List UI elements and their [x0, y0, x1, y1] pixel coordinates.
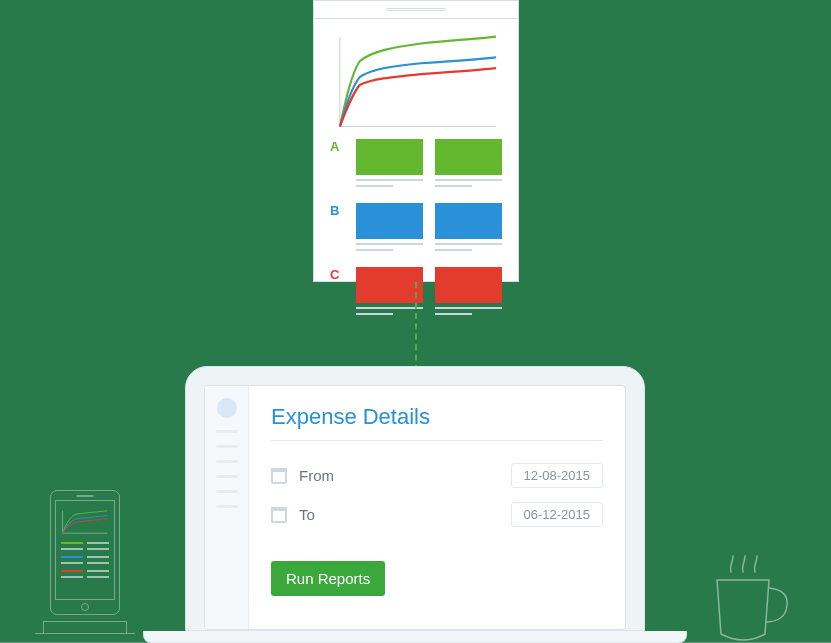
sidebar-item[interactable] [216, 475, 238, 478]
legend-row-b: B [330, 203, 502, 255]
phone-on-stand [35, 490, 135, 643]
sidebar-item[interactable] [216, 430, 238, 433]
sidebar-item[interactable] [216, 490, 238, 493]
legend-letter-b: B [330, 203, 342, 255]
legend-row-a: A [330, 139, 502, 191]
run-reports-button[interactable]: Run Reports [271, 561, 385, 596]
to-label: To [299, 506, 369, 523]
legend-letter-c: C [330, 267, 342, 319]
divider [271, 440, 603, 441]
main-panel: Expense Details From 12-08-2015 To 06-12… [249, 386, 625, 629]
phone-screen [55, 500, 115, 600]
sidebar-item[interactable] [216, 460, 238, 463]
from-label: From [299, 467, 369, 484]
avatar[interactable] [217, 398, 237, 418]
phone [50, 490, 120, 615]
to-date-input[interactable]: 06-12-2015 [511, 502, 604, 527]
sidebar [205, 386, 249, 629]
report-topbar [314, 1, 518, 19]
calendar-icon [271, 468, 287, 484]
from-field: From 12-08-2015 [271, 463, 603, 488]
phone-chart [61, 506, 109, 538]
phone-speaker [76, 495, 94, 497]
calendar-icon [271, 507, 287, 523]
line-chart-icon [332, 33, 500, 133]
sidebar-item[interactable] [216, 505, 238, 508]
report-chart [332, 33, 500, 133]
to-field: To 06-12-2015 [271, 502, 603, 527]
coffee-mug-icon [703, 548, 793, 643]
page-title: Expense Details [271, 404, 603, 430]
phone-stand-neck [43, 621, 127, 633]
phone-home-button [81, 603, 89, 611]
report-handle [386, 8, 446, 11]
legend-letter-a: A [330, 139, 342, 191]
sidebar-item[interactable] [216, 445, 238, 448]
laptop-screen: Expense Details From 12-08-2015 To 06-12… [204, 385, 626, 630]
from-date-input[interactable]: 12-08-2015 [511, 463, 604, 488]
laptop: Expense Details From 12-08-2015 To 06-12… [185, 366, 645, 643]
report-document: A B C [313, 0, 519, 282]
